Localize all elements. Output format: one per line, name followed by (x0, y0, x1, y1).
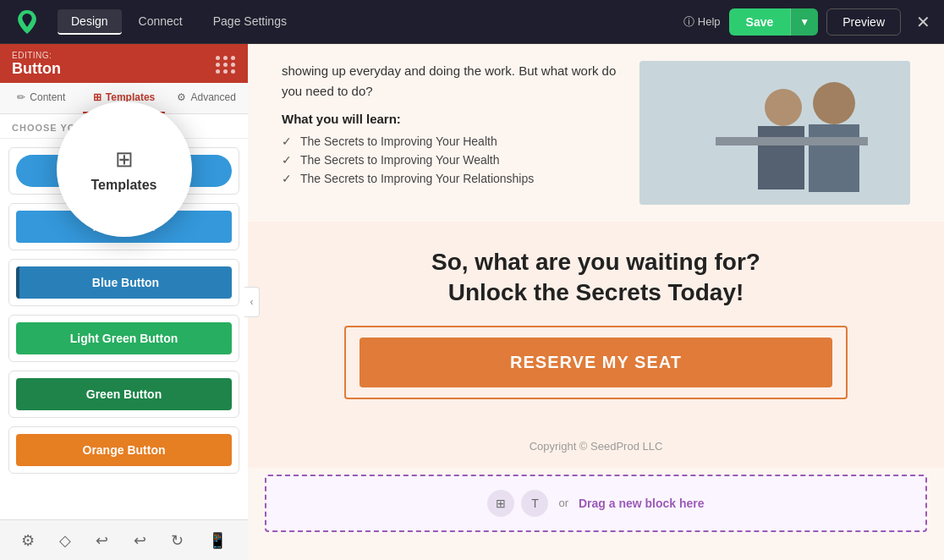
list-item[interactable]: Blue Button (8, 259, 239, 306)
save-dropdown-button[interactable]: ▼ (790, 8, 818, 36)
app-logo (14, 8, 41, 36)
list-item[interactable]: Light Green Button (8, 315, 239, 362)
top-content-section: showing up everyday and doing the work. … (248, 44, 944, 213)
checklist: ✓ The Secrets to Improving Your Health ✓… (282, 135, 623, 185)
list-item[interactable]: Green Button (8, 371, 239, 418)
image-column (639, 61, 910, 205)
list-item[interactable]: Orange Button (8, 426, 239, 474)
undo-icon[interactable]: ↩ (89, 524, 115, 557)
advanced-icon: ⚙ (177, 91, 186, 103)
editing-title: Button (12, 60, 61, 78)
green-button[interactable]: Green Button (16, 378, 232, 410)
preview-button[interactable]: Preview (826, 8, 901, 36)
help-label: Help (698, 15, 721, 28)
help-icon: ⓘ (683, 14, 694, 30)
checklist-item-1: The Secrets to Improving Your Health (300, 135, 497, 148)
save-button[interactable]: Save (729, 8, 791, 36)
what-learn-label: What you will learn: (282, 112, 623, 126)
checklist-item-3: The Secrets to Improving Your Relationsh… (300, 172, 534, 185)
nav-tab-page-settings[interactable]: Page Settings (200, 9, 300, 35)
tab-advanced-label: Advanced (190, 91, 235, 103)
help-button[interactable]: ⓘ Help (683, 14, 721, 30)
grid-icon: ⊞ (487, 490, 514, 517)
top-row: showing up everyday and doing the work. … (282, 61, 910, 205)
text-column: showing up everyday and doing the work. … (282, 61, 623, 205)
close-button[interactable]: ✕ (916, 12, 930, 32)
check-icon: ✓ (282, 135, 292, 148)
copyright-text: Copyright © SeedProd LLC (530, 440, 663, 453)
check-icon: ✓ (282, 172, 292, 185)
nav-tab-connect[interactable]: Connect (125, 9, 196, 35)
top-nav: Design Connect Page Settings ⓘ Help Save… (0, 0, 944, 44)
cta-button-wrapper: RESERVE MY SEAT (344, 326, 847, 399)
drag-block-label[interactable]: Drag a new block here (579, 497, 705, 510)
templates-circle: ⊞ Templates (57, 102, 192, 237)
nav-right: ⓘ Help Save ▼ Preview ✕ (683, 8, 930, 36)
checklist-item-2: The Secrets to Improving Your Wealth (300, 153, 500, 167)
check-icon: ✓ (282, 153, 292, 167)
layers-icon[interactable]: ◇ (52, 524, 78, 557)
left-panel: EDITING: Button ✏ Content ⊞ Templates ⚙ … (0, 44, 248, 560)
templates-circle-label: Templates (91, 178, 157, 193)
add-block-zone[interactable]: ⊞ T or Drag a new block here (265, 475, 927, 532)
mobile-icon[interactable]: 📱 (201, 524, 233, 557)
list-item: ✓ The Secrets to Improving Your Wealth (282, 153, 623, 167)
main-layout: EDITING: Button ✏ Content ⊞ Templates ⚙ … (0, 44, 944, 560)
nav-tabs: Design Connect Page Settings (58, 9, 683, 35)
tab-content-label: Content (30, 91, 65, 103)
editing-label: EDITING: (12, 51, 61, 60)
reserve-button[interactable]: RESERVE MY SEAT (359, 338, 831, 387)
right-canvas: showing up everyday and doing the work. … (248, 44, 944, 560)
list-item: ✓ The Secrets to Improving Your Health (282, 135, 623, 148)
tab-advanced[interactable]: ⚙ Advanced (165, 83, 248, 113)
template-icon: ⊞ (93, 91, 102, 103)
orange-button[interactable]: Orange Button (16, 434, 232, 466)
collapse-arrow[interactable]: ‹ (244, 287, 260, 317)
bottom-toolbar: ⚙ ◇ ↩ ↩ ↻ 📱 (0, 519, 248, 560)
blue-button[interactable]: Blue Button (16, 266, 232, 299)
text-icon: T (521, 490, 548, 517)
add-block-or: or (558, 497, 568, 509)
people-image (639, 61, 910, 205)
light-green-button[interactable]: Light Green Button (16, 322, 232, 354)
tab-content[interactable]: ✏ Content (0, 83, 83, 113)
undo2-icon[interactable]: ↩ (127, 524, 153, 557)
intro-text: showing up everyday and doing the work. … (282, 61, 623, 102)
redo-icon[interactable]: ↻ (164, 524, 190, 557)
add-block-zone-wrapper: ⊞ T or Drag a new block here (248, 468, 944, 547)
list-item: ✓ The Secrets to Improving Your Relation… (282, 172, 623, 185)
editing-info: EDITING: Button (12, 51, 61, 78)
save-button-group: Save ▼ (729, 8, 819, 36)
settings-icon[interactable]: ⚙ (14, 524, 41, 557)
cta-section: So, what are you waiting for?Unlock the … (248, 222, 944, 425)
content-icon: ✏ (17, 91, 25, 103)
add-block-icons: ⊞ T (487, 490, 548, 517)
nav-tab-design[interactable]: Design (58, 9, 122, 35)
cta-title: So, what are you waiting for?Unlock the … (282, 247, 910, 309)
editing-header: EDITING: Button (0, 44, 248, 83)
canvas-footer: Copyright © SeedProd LLC (248, 425, 944, 468)
dots-icon[interactable] (216, 56, 236, 74)
templates-circle-icon: ⊞ (115, 146, 134, 173)
